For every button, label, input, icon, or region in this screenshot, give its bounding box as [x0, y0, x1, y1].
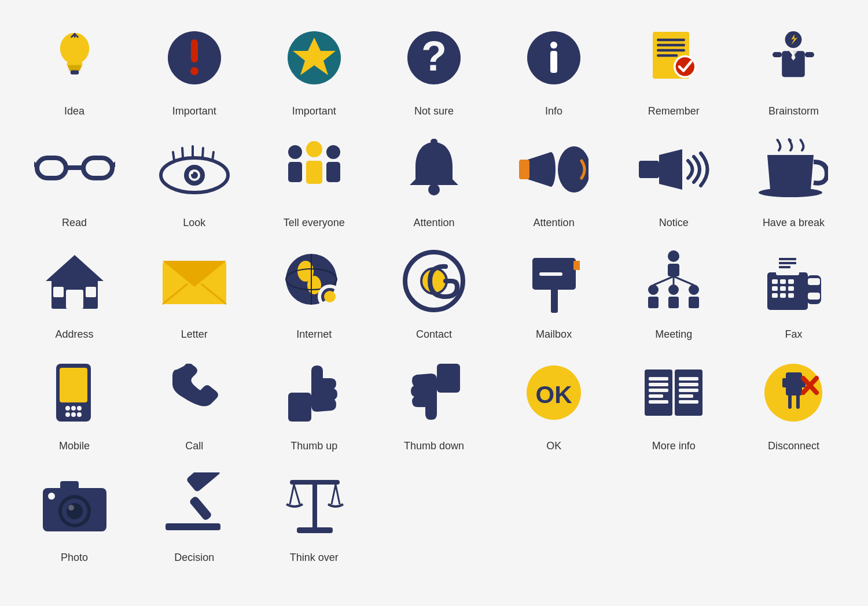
tell-everyone-label: Tell everyone — [284, 217, 345, 229]
disconnect-icon — [753, 352, 834, 433]
icon-cell-not-sure[interactable]: ? Not sure — [377, 17, 491, 117]
svg-rect-85 — [539, 272, 562, 276]
icon-cell-photo[interactable]: Photo — [17, 464, 131, 564]
icon-cell-more-info[interactable]: More info — [617, 352, 731, 452]
svg-rect-129 — [675, 369, 703, 416]
svg-point-93 — [648, 284, 659, 295]
tell-everyone-icon — [274, 129, 355, 210]
svg-point-120 — [77, 406, 82, 411]
svg-rect-60 — [639, 161, 659, 178]
svg-text:OK: OK — [536, 381, 572, 408]
not-sure-icon: ? — [393, 17, 475, 98]
remember-icon — [633, 17, 714, 98]
icon-cell-read[interactable]: Read — [17, 129, 131, 229]
have-a-break-icon — [753, 129, 834, 210]
svg-rect-157 — [186, 472, 221, 493]
icon-cell-thumb-down[interactable]: Thumb down — [377, 352, 491, 452]
icon-cell-brainstorm[interactable]: Brainstorm — [737, 17, 851, 117]
icon-cell-attention-mega[interactable]: Attention — [497, 129, 611, 229]
svg-line-37 — [112, 164, 115, 168]
disconnect-label: Disconnect — [768, 440, 819, 452]
svg-rect-55 — [431, 139, 437, 145]
icon-cell-internet[interactable]: Internet — [257, 241, 371, 341]
svg-rect-115 — [808, 293, 820, 300]
svg-rect-98 — [689, 297, 699, 308]
svg-rect-101 — [779, 258, 796, 260]
photo-label: Photo — [61, 552, 88, 564]
icon-cell-call[interactable]: Call — [137, 352, 251, 452]
fax-icon — [753, 241, 834, 322]
svg-rect-87 — [573, 261, 580, 270]
icon-cell-notice[interactable]: Notice — [617, 129, 731, 229]
attention-bell-icon — [393, 129, 475, 210]
svg-text:?: ? — [421, 33, 447, 79]
svg-rect-145 — [796, 394, 800, 409]
svg-rect-51 — [306, 161, 322, 184]
icon-cell-fax[interactable]: Fax — [737, 241, 851, 341]
svg-rect-99 — [767, 272, 808, 310]
svg-rect-86 — [571, 261, 573, 277]
icon-cell-mobile[interactable]: Mobile — [17, 352, 131, 452]
icon-cell-disconnect[interactable]: Disconnect — [737, 352, 851, 452]
svg-rect-66 — [53, 287, 64, 297]
decision-label: Decision — [174, 552, 214, 564]
read-label: Read — [62, 217, 87, 229]
svg-point-123 — [77, 412, 82, 417]
icon-cell-thumb-up[interactable]: Thumb up — [257, 352, 371, 452]
svg-point-78 — [324, 291, 336, 302]
icon-cell-important-red[interactable]: Important — [137, 17, 251, 117]
svg-rect-83 — [551, 287, 558, 313]
icon-cell-have-a-break[interactable]: Have a break — [737, 129, 851, 229]
svg-line-43 — [212, 152, 214, 161]
think-over-icon — [274, 464, 355, 545]
brainstorm-label: Brainstorm — [768, 105, 819, 117]
not-sure-label: Not sure — [414, 105, 454, 117]
icon-cell-important-star[interactable]: Important — [257, 17, 371, 117]
svg-line-162 — [294, 485, 300, 504]
brainstorm-icon — [753, 17, 834, 98]
icon-cell-think-over[interactable]: Think over — [257, 464, 371, 564]
icon-cell-attention-bell[interactable]: Attention — [377, 129, 491, 229]
address-icon — [34, 241, 115, 322]
icon-cell-contact[interactable]: Contact — [377, 241, 491, 341]
svg-line-90 — [653, 276, 674, 285]
icon-cell-remember[interactable]: Remember — [617, 17, 731, 117]
icon-cell-ok[interactable]: OK OK — [497, 352, 611, 452]
icon-grid: Idea Important Important ? — [17, 17, 851, 564]
icon-cell-idea[interactable]: Idea — [17, 17, 131, 117]
think-over-label: Think over — [290, 552, 339, 564]
svg-rect-34 — [83, 158, 112, 178]
icon-cell-look[interactable]: Look — [137, 129, 251, 229]
svg-line-39 — [173, 152, 174, 161]
mailbox-icon — [513, 241, 594, 322]
svg-rect-128 — [645, 369, 672, 416]
svg-point-95 — [668, 284, 679, 295]
svg-rect-33 — [37, 158, 66, 178]
svg-rect-20 — [657, 44, 685, 47]
svg-rect-102 — [779, 262, 796, 264]
icon-cell-decision[interactable]: Decision — [137, 464, 251, 564]
icon-cell-mailbox[interactable]: Mailbox — [497, 241, 611, 341]
svg-rect-96 — [668, 297, 679, 308]
svg-rect-137 — [679, 389, 698, 392]
more-info-icon — [633, 352, 714, 433]
icon-cell-meeting[interactable]: Meeting — [617, 241, 731, 341]
svg-point-25 — [785, 31, 802, 48]
svg-point-154 — [48, 493, 55, 500]
info-label: Info — [545, 105, 562, 117]
svg-rect-117 — [60, 368, 87, 402]
contact-icon — [393, 241, 475, 322]
look-icon — [154, 129, 235, 210]
svg-rect-111 — [780, 293, 786, 298]
icon-cell-tell-everyone[interactable]: Tell everyone — [257, 129, 371, 229]
icon-cell-address[interactable]: Address — [17, 241, 131, 341]
svg-rect-141 — [786, 372, 802, 396]
remember-label: Remember — [648, 105, 700, 117]
icon-cell-info[interactable]: Info — [497, 17, 611, 117]
look-label: Look — [183, 217, 205, 229]
svg-rect-89 — [668, 264, 679, 276]
icon-cell-letter[interactable]: Letter — [137, 241, 251, 341]
svg-point-153 — [68, 505, 74, 511]
mobile-icon — [34, 352, 115, 433]
svg-rect-21 — [657, 49, 685, 52]
